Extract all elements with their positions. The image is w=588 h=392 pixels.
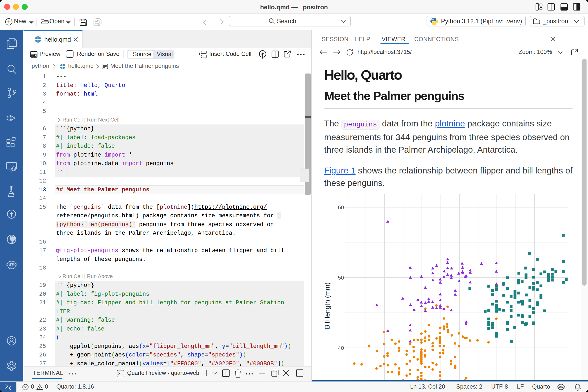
svg-text:40: 40 [338, 345, 344, 351]
svg-text:50: 50 [338, 275, 344, 281]
svg-text:60: 60 [338, 204, 344, 210]
svg-text:Bill length (mm): Bill length (mm) [324, 282, 331, 329]
